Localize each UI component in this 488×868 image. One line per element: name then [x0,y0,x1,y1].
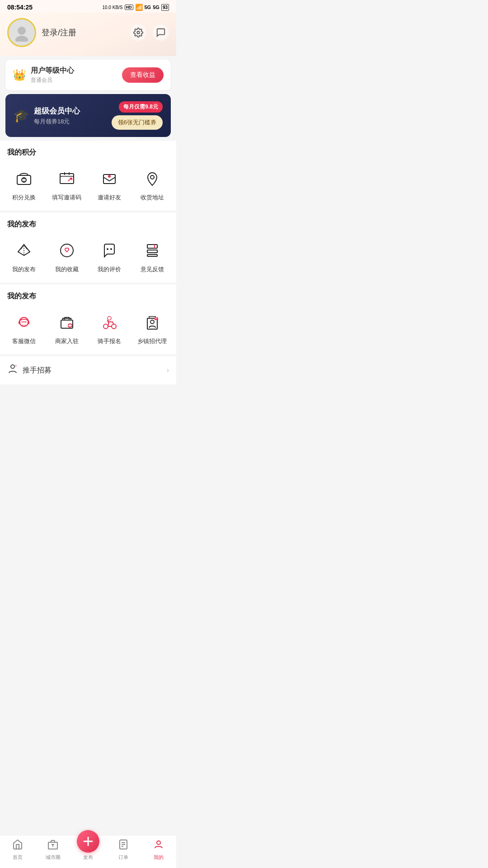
super-member-card: 🎓 超级会员中心 每月领券18元 每月仅需9.8元 领6张无门槛券 [5,94,171,137]
svg-point-19 [23,321,25,323]
feedback-label: 意见反馈 [141,265,164,274]
points-exchange-label: 积分兑换 [12,193,36,202]
crown-icon: 👑 [13,69,26,81]
level-subtitle: 普通会员 [31,76,74,84]
svg-point-18 [22,321,23,323]
points-section-title: 我的积分 [4,148,173,163]
svg-point-0 [18,27,26,35]
svg-point-7 [108,175,111,178]
town-agent-item[interactable]: 乡镇招代理 [132,307,173,351]
svg-point-2 [137,31,140,34]
settings-icon [133,28,143,38]
my-publish-label: 我的发布 [12,265,36,274]
customer-wechat-label: 客服微信 [12,337,36,345]
svg-point-27 [150,320,154,324]
rider-signup-icon [97,310,122,335]
level-title: 用户等级中心 [31,66,74,75]
signal2: 5G [153,5,160,10]
svg-rect-17 [28,321,29,324]
profile-actions [130,24,169,41]
graduation-icon: 🎓 [14,108,29,123]
my-favorites-item[interactable]: 我的收藏 [47,235,88,279]
recruit-section[interactable]: 推手招募 › [0,356,176,384]
merchant-join-icon [55,310,79,335]
svg-rect-13 [147,250,157,253]
svg-point-1 [15,36,28,42]
level-text: 用户等级中心 普通会员 [31,66,74,84]
message-icon [156,28,166,38]
status-time: 08:54:25 [7,4,33,11]
address-label: 收货地址 [141,193,164,202]
network-speed: 10.0 KB/S [102,5,122,10]
sm-info: 🎓 超级会员中心 每月领券18元 [14,106,80,126]
svg-rect-12 [147,245,157,248]
recruit-left: 推手招募 [7,363,52,377]
status-icons: 10.0 KB/S HD 📶 5G 5G 93 [102,4,169,11]
profile-header: 登录/注册 [0,13,176,56]
earn-button[interactable]: 查看收益 [122,67,164,83]
feedback-icon [140,238,164,263]
invite-friends-label: 邀请好友 [98,193,121,202]
my-points-section: 我的积分 积分兑换 [0,141,176,211]
svg-point-23 [103,324,108,329]
settings-button[interactable] [130,24,146,41]
wifi-icon: 📶 [135,4,143,11]
rider-signup-item[interactable]: 骑手报名 [89,307,130,351]
sm-price-badge: 每月仅需9.8元 [119,101,163,113]
sm-subtitle: 每月领券18元 [34,118,80,126]
svg-rect-3 [17,175,31,184]
svg-point-24 [112,324,116,329]
svg-point-11 [110,248,112,250]
svg-point-9 [61,244,73,257]
invite-friends-icon [97,166,122,191]
my-services-section: 我的发布 [0,284,176,354]
my-reviews-icon [97,238,122,263]
services-grid: 客服微信 商家入驻 [4,307,173,351]
my-publish-icon [12,238,36,263]
avatar[interactable] [7,18,36,47]
invite-code-item[interactable]: 填写邀请码 [47,163,88,207]
svg-point-25 [108,316,111,320]
sm-title: 超级会员中心 [34,106,80,116]
points-grid: 积分兑换 填写邀请码 [4,163,173,207]
invite-code-icon [55,166,79,191]
sm-actions: 每月仅需9.8元 领6张无门槛券 [112,101,163,130]
recruit-person-icon [7,363,18,377]
points-exchange-item[interactable]: 积分兑换 [4,163,45,207]
my-publish-item[interactable]: 我的发布 [4,235,45,279]
address-item[interactable]: 收货地址 [132,163,173,207]
level-info: 👑 用户等级中心 普通会员 [13,66,74,84]
my-reviews-item[interactable]: 我的评价 [89,235,130,279]
level-card: 👑 用户等级中心 普通会员 查看收益 [5,60,171,90]
merchant-join-item[interactable]: 商家入驻 [47,307,88,351]
merchant-join-label: 商家入驻 [55,337,79,345]
invite-friends-item[interactable]: 邀请好友 [89,163,130,207]
login-text[interactable]: 登录/注册 [42,27,76,38]
status-bar: 08:54:25 10.0 KB/S HD 📶 5G 5G 93 [0,0,176,13]
svg-rect-14 [147,255,157,256]
invite-code-label: 填写邀请码 [52,193,81,202]
svg-point-29 [11,365,14,368]
town-agent-icon [140,310,164,335]
recruit-chevron: › [167,366,169,374]
publish-section-title: 我的发布 [4,220,173,235]
sm-text: 超级会员中心 每月领券18元 [34,106,80,126]
address-icon [140,166,164,191]
signal1: 5G [145,5,151,10]
my-reviews-label: 我的评价 [98,265,121,274]
hd-badge: HD [125,5,133,10]
points-exchange-icon [12,166,36,191]
customer-wechat-item[interactable]: 客服微信 [4,307,45,351]
feedback-item[interactable]: 意见反馈 [132,235,173,279]
message-button[interactable] [153,24,169,41]
profile-left: 登录/注册 [7,18,76,47]
svg-point-20 [25,321,27,323]
avatar-icon [13,24,31,42]
battery-icon: 93 [161,4,169,11]
publish-grid: 我的发布 我的收藏 [4,235,173,279]
sm-coupon-button[interactable]: 领6张无门槛券 [112,115,163,130]
svg-point-8 [150,175,154,179]
svg-point-10 [107,248,108,250]
rider-signup-label: 骑手报名 [98,337,121,345]
services-section-title: 我的发布 [4,292,173,307]
